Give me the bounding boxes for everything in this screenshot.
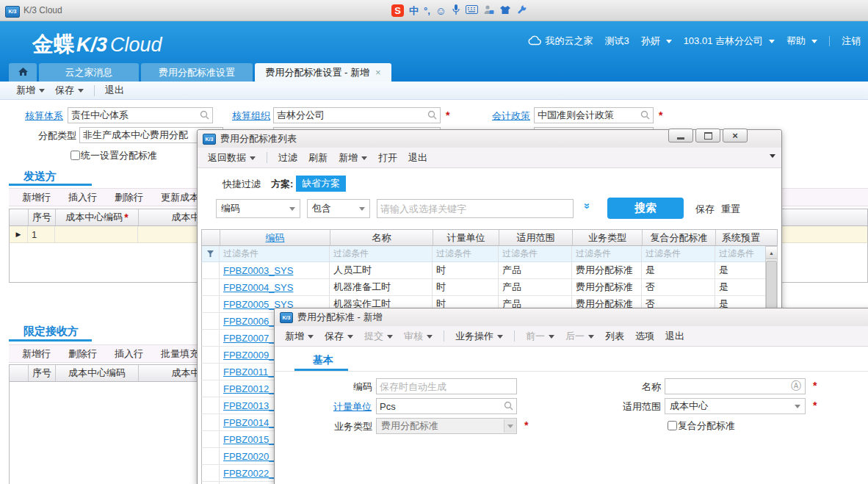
sogou-logo-icon[interactable]: S xyxy=(391,4,404,17)
tab-allocation-settings[interactable]: 费用分配标准设置 xyxy=(141,63,253,82)
return-data-button[interactable]: 返回数据 xyxy=(208,151,256,165)
save-button[interactable]: 保存 xyxy=(325,330,353,343)
refresh-button[interactable]: 刷新 xyxy=(308,151,328,165)
col-cost-center-code[interactable]: 成本中心编码 xyxy=(56,365,139,381)
list-button[interactable]: 列表 xyxy=(605,330,624,343)
toolbar-overflow-icon[interactable] xyxy=(770,154,775,158)
cell-biztype[interactable]: 费用分配标准 xyxy=(572,279,642,295)
help-menu[interactable]: 帮助 xyxy=(786,35,817,48)
filter-cell[interactable]: 过滤条件 xyxy=(433,246,499,261)
save-scheme-link[interactable]: 保存 xyxy=(695,203,715,216)
user-icon[interactable] xyxy=(483,4,494,17)
keyword-input[interactable] xyxy=(377,199,574,218)
cell-preset[interactable]: 是 xyxy=(715,262,765,278)
unit-label[interactable]: 计量单位 xyxy=(333,400,372,413)
open-button[interactable]: 打开 xyxy=(378,151,397,165)
filter-button[interactable]: 过滤 xyxy=(278,151,297,165)
tab-allocation-settings-new[interactable]: 费用分配标准设置 - 新增× xyxy=(255,63,391,82)
list-row[interactable]: FPBZ0003_SYS 人员工时 时 产品 费用分配标准 是 是 xyxy=(201,262,765,279)
insert-row-button[interactable]: 插入行 xyxy=(115,347,143,361)
col-name[interactable]: 名称 xyxy=(330,230,433,245)
minimize-button[interactable] xyxy=(668,129,693,142)
col-seq[interactable]: 序号 xyxy=(29,365,56,381)
cell-name[interactable]: 人员工时 xyxy=(330,262,433,278)
tab-cloud-messages[interactable]: 云之家消息 xyxy=(39,63,139,82)
dialog-title-bar[interactable]: K/3 费用分配标准 - 新增 xyxy=(275,308,868,327)
col-code[interactable]: 编码 xyxy=(220,230,330,245)
cell-code[interactable]: FPBZ0004_SYS xyxy=(220,279,330,295)
toolbox-wrench-icon[interactable] xyxy=(516,4,527,18)
accounting-org-input[interactable] xyxy=(273,107,441,123)
search-icon[interactable] xyxy=(504,401,513,413)
new-button[interactable]: 新增 xyxy=(16,84,45,97)
filter-cell[interactable]: 过滤条件 xyxy=(220,246,330,261)
delete-row-button[interactable]: 删除行 xyxy=(115,191,143,204)
keyboard-icon[interactable] xyxy=(466,5,478,16)
tab-home[interactable] xyxy=(9,63,37,82)
add-row-button[interactable]: 新增行 xyxy=(22,347,51,361)
unit-input[interactable] xyxy=(376,398,517,414)
logout-link[interactable]: 注销 xyxy=(842,35,861,48)
cell-cost-center-code[interactable] xyxy=(55,226,138,242)
col-preset[interactable]: 系统预置 xyxy=(716,230,766,245)
filter-cell[interactable]: 过滤条件 xyxy=(642,246,715,261)
col-biztype[interactable]: 业务类型 xyxy=(573,230,643,245)
chinese-mode-icon[interactable]: 中 xyxy=(409,4,419,18)
search-button[interactable]: 搜索 xyxy=(607,198,684,219)
delete-row-button[interactable]: 删除行 xyxy=(68,347,97,361)
cell-code[interactable]: FPBZ0003_SYS xyxy=(220,262,330,278)
expand-filter-icon[interactable]: » xyxy=(582,203,594,209)
filter-field-combo[interactable]: 编码 xyxy=(216,199,300,218)
col-scope[interactable]: 适用范围 xyxy=(499,230,573,245)
exit-button[interactable]: 退出 xyxy=(665,330,684,343)
search-icon[interactable] xyxy=(427,110,437,122)
col-composite[interactable]: 复合分配标准 xyxy=(643,230,716,245)
filter-cell[interactable]: 过滤条件 xyxy=(715,246,765,261)
list-row[interactable]: FPBZ0004_SYS 机器准备工时 时 产品 费用分配标准 否 是 xyxy=(201,279,765,296)
close-button[interactable]: × xyxy=(723,129,748,142)
emoji-icon[interactable]: ☺ xyxy=(435,4,446,17)
user-menu[interactable]: 孙妍 xyxy=(641,35,672,48)
col-unit[interactable]: 计量单位 xyxy=(433,230,499,245)
punctuation-icon[interactable]: °, xyxy=(424,5,430,16)
filter-cell[interactable]: 过滤条件 xyxy=(499,246,572,261)
skin-shirt-icon[interactable] xyxy=(499,5,511,17)
org-menu[interactable]: 103.01 吉林分公司 xyxy=(684,35,775,48)
cell-scope[interactable]: 产品 xyxy=(499,279,572,295)
cell-composite[interactable]: 是 xyxy=(642,262,715,278)
filter-cell[interactable]: 过滤条件 xyxy=(330,246,433,261)
code-input[interactable] xyxy=(376,378,517,394)
col-cost-center-code[interactable]: 成本中心编码* xyxy=(56,209,139,225)
save-button[interactable]: 保存 xyxy=(55,84,84,97)
cell-seq[interactable]: 1 xyxy=(28,226,55,242)
microphone-icon[interactable] xyxy=(452,4,460,18)
multilanguage-icon[interactable]: Ⓐ xyxy=(791,380,801,393)
filter-cell[interactable]: 过滤条件 xyxy=(572,246,642,261)
cell-scope[interactable]: 产品 xyxy=(499,262,572,278)
cell-name[interactable]: 机器准备工时 xyxy=(330,279,433,295)
accounting-org-label[interactable]: 核算组织 xyxy=(232,109,270,123)
tab-basic[interactable]: 基本 xyxy=(313,354,333,367)
cell-preset[interactable]: 是 xyxy=(715,279,765,295)
accounting-policy-input[interactable] xyxy=(534,107,654,123)
unified-standard-checkbox[interactable] xyxy=(70,151,80,160)
insert-row-button[interactable]: 插入行 xyxy=(68,191,97,204)
scroll-up-button[interactable]: ▲ xyxy=(766,247,777,259)
accounting-system-label[interactable]: 核算体系 xyxy=(25,109,63,123)
cell-biztype[interactable]: 费用分配标准 xyxy=(572,262,642,278)
new-button[interactable]: 新增 xyxy=(285,330,314,343)
exit-button[interactable]: 退出 xyxy=(408,151,427,165)
list-filter-row[interactable]: 过滤条件 过滤条件 过滤条件 过滤条件 过滤条件 过滤条件 过滤条件 xyxy=(201,246,765,262)
search-icon[interactable] xyxy=(200,110,209,122)
accounting-policy-label[interactable]: 会计政策 xyxy=(492,109,530,123)
maximize-button[interactable] xyxy=(695,129,720,142)
cell-composite[interactable]: 否 xyxy=(642,279,715,295)
batch-fill-button[interactable]: 批量填充 xyxy=(161,347,199,361)
cell-unit[interactable]: 时 xyxy=(433,279,499,295)
accounting-system-input[interactable] xyxy=(68,107,213,123)
name-input[interactable] xyxy=(665,378,806,394)
close-tab-icon[interactable]: × xyxy=(375,67,381,78)
col-seq[interactable]: 序号 xyxy=(29,209,56,225)
search-icon[interactable] xyxy=(640,110,650,122)
composite-standard-checkbox[interactable] xyxy=(668,421,677,430)
